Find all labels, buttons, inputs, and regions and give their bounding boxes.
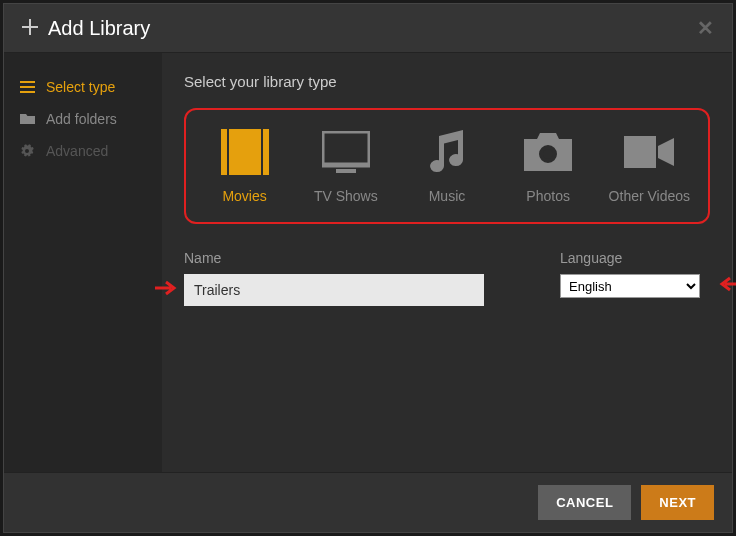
close-icon[interactable]: ✕ [697,16,714,40]
svg-rect-14 [264,148,267,152]
add-library-dialog: Add Library ✕ Select type Add folders [3,3,733,533]
dialog-footer: CANCEL NEXT [4,472,732,532]
arrow-left-icon [716,276,736,296]
dialog-body: Select type Add folders Advanced Select … [4,53,732,472]
sidebar-item-select-type[interactable]: Select type [4,71,162,103]
type-other-videos[interactable]: Other Videos [604,128,694,204]
name-field-block: Name [184,250,530,306]
type-label: Music [429,188,466,204]
language-field-block: Language English [560,250,710,298]
type-label: Other Videos [609,188,690,204]
folder-icon [20,113,38,125]
svg-rect-13 [264,140,267,144]
type-label: TV Shows [314,188,378,204]
next-button[interactable]: NEXT [641,485,714,520]
sidebar-item-advanced[interactable]: Advanced [4,135,162,167]
tv-icon [322,128,370,176]
svg-rect-12 [264,132,267,136]
list-icon [20,81,38,93]
language-label: Language [560,250,710,266]
svg-rect-15 [264,156,267,160]
svg-rect-20 [624,136,656,168]
name-input[interactable] [184,274,484,306]
sidebar-item-add-folders[interactable]: Add folders [4,103,162,135]
camera-icon [524,128,572,176]
svg-point-19 [543,149,553,159]
svg-rect-10 [222,156,225,160]
language-select-wrap: English [560,274,710,298]
music-icon [427,128,467,176]
svg-rect-18 [336,169,356,173]
cancel-button[interactable]: CANCEL [538,485,631,520]
svg-rect-11 [222,164,225,168]
svg-rect-16 [264,164,267,168]
dialog-title: Add Library [48,17,697,40]
film-icon [221,128,269,176]
gear-icon [20,144,38,158]
type-label: Photos [526,188,570,204]
main-panel: Select your library type Movies TV Shows [162,53,732,472]
video-icon [624,128,674,176]
form-row: Name Language English [184,250,710,306]
sidebar-item-label: Add folders [46,111,117,127]
plus-icon [22,17,38,40]
svg-rect-6 [229,150,261,154]
type-movies[interactable]: Movies [200,128,290,204]
svg-rect-9 [222,148,225,152]
svg-rect-8 [222,140,225,144]
library-type-selector: Movies TV Shows Music [184,108,710,224]
dialog-header: Add Library ✕ [4,4,732,53]
svg-rect-0 [20,81,35,83]
arrow-right-icon [154,280,180,300]
svg-rect-17 [322,131,370,165]
svg-rect-2 [20,91,35,93]
svg-rect-1 [20,86,35,88]
sidebar: Select type Add folders Advanced [4,53,162,472]
sidebar-item-label: Advanced [46,143,108,159]
language-select[interactable]: English [560,274,700,298]
type-photos[interactable]: Photos [503,128,593,204]
type-label: Movies [222,188,266,204]
type-music[interactable]: Music [402,128,492,204]
name-label: Name [184,250,530,266]
instruction-text: Select your library type [184,73,710,90]
sidebar-item-label: Select type [46,79,115,95]
type-tv-shows[interactable]: TV Shows [301,128,391,204]
name-input-wrap [184,274,530,306]
svg-rect-7 [222,132,225,136]
